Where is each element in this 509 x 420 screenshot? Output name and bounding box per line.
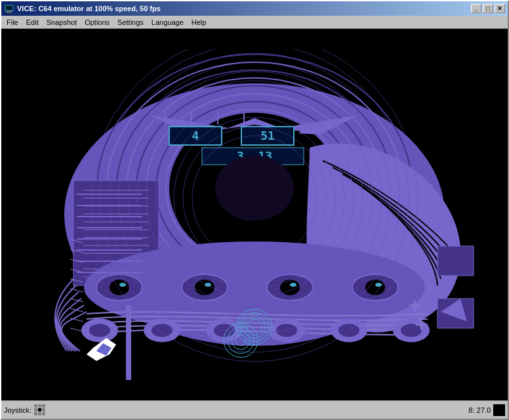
close-button[interactable]: ✕ [495, 4, 505, 13]
svg-rect-3 [6, 11, 12, 12]
drive-indicator [493, 404, 505, 416]
title-bar: VICE: C64 emulator at 100% speed, 50 fps… [1, 1, 508, 16]
joystick-status: Joystick: [4, 404, 45, 415]
window-title: VICE: C64 emulator at 100% speed, 50 fps [17, 5, 468, 12]
window-controls: _ □ ✕ [471, 4, 505, 13]
minimize-button[interactable]: _ [471, 4, 481, 13]
menu-help[interactable]: Help [188, 17, 211, 28]
svg-rect-2 [7, 12, 12, 13]
drive-status: 8: 27.0 [468, 404, 505, 416]
joy-cell-8 [38, 412, 41, 415]
joy-cell-2 [38, 404, 41, 408]
status-bar: Joystick: 8: 27.0 [1, 400, 508, 419]
menu-options[interactable]: Options [81, 17, 113, 28]
joy-cell-5 [38, 408, 41, 411]
app-icon [4, 3, 14, 14]
menu-bar: File Edit Snapshot Options Settings Lang… [1, 16, 508, 29]
menu-edit[interactable]: Edit [22, 17, 43, 28]
svg-rect-1 [6, 6, 12, 10]
main-window: VICE: C64 emulator at 100% speed, 50 fps… [0, 0, 509, 420]
menu-settings[interactable]: Settings [113, 17, 148, 28]
joystick-dots [34, 404, 45, 415]
menu-file[interactable]: File [3, 17, 22, 28]
joy-cell-9 [42, 412, 45, 415]
joy-cell-6 [42, 408, 45, 411]
game-viewport [1, 29, 508, 400]
joystick-label: Joystick: [4, 406, 31, 414]
game-canvas [34, 49, 475, 380]
maximize-button[interactable]: □ [483, 4, 493, 13]
speed-display: 8: 27.0 [468, 406, 491, 414]
joystick-grid [34, 404, 45, 415]
joy-cell-1 [34, 404, 37, 408]
joy-cell-3 [42, 404, 45, 408]
joy-cell-7 [34, 412, 37, 415]
menu-snapshot[interactable]: Snapshot [43, 17, 81, 28]
menu-language[interactable]: Language [148, 17, 188, 28]
joy-cell-4 [34, 408, 37, 411]
